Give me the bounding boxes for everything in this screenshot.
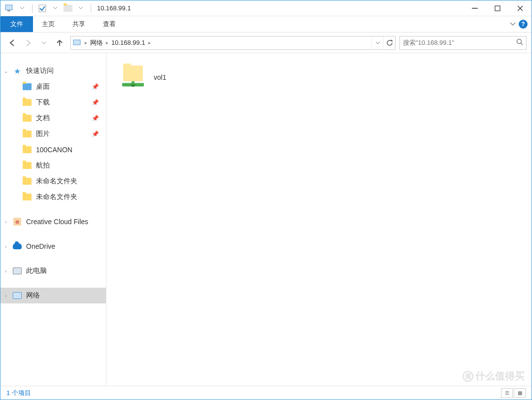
chevron-right-icon[interactable]: ▸ (84, 40, 88, 45)
qat-check-icon[interactable] (36, 2, 48, 14)
sidebar-item-100canon[interactable]: 100CANON (0, 142, 106, 158)
sidebar-onedrive[interactable]: ›OneDrive (0, 238, 106, 254)
ribbon-tab-file[interactable]: 文件 (0, 16, 33, 32)
sidebar-item-label: 未命名文件夹 (36, 177, 77, 186)
pin-icon: 📌 (92, 99, 99, 106)
pin-icon: 📌 (92, 83, 99, 90)
sidebar-item-label: 100CANON (36, 146, 72, 154)
separator (32, 4, 33, 13)
nav-history-dropdown[interactable] (37, 36, 51, 50)
network-icon (12, 291, 22, 300)
view-details-button[interactable]: ☰ (501, 388, 513, 398)
status-bar: 1 个项目 ☰ ▦ (0, 386, 532, 400)
svg-point-6 (517, 39, 522, 43)
pin-icon: 📌 (92, 115, 99, 122)
ribbon-tab-share[interactable]: 共享 (64, 16, 94, 32)
nav-up-button[interactable] (53, 36, 66, 50)
sidebar-network[interactable]: ›网络 (0, 288, 106, 303)
close-button[interactable] (509, 0, 532, 16)
breadcrumb-network[interactable]: 网络 (88, 36, 105, 49)
search-input[interactable] (403, 39, 516, 46)
sidebar-item-documents[interactable]: 文档📌 (0, 110, 106, 126)
sidebar-item-label: 未命名文件夹 (36, 193, 77, 201)
sidebar-item-label: 图片 (36, 130, 50, 138)
ribbon: 文件 主页 共享 查看 ? (0, 16, 532, 33)
refresh-button[interactable] (383, 36, 395, 49)
nav-forward-button[interactable] (21, 36, 35, 50)
sidebar-item-label: Creative Cloud Files (26, 218, 88, 226)
chevron-down-icon[interactable]: ⌄ (2, 68, 9, 74)
chevron-right-icon[interactable]: › (2, 268, 9, 274)
address-dropdown[interactable] (371, 36, 383, 49)
qat-folder-icon[interactable] (62, 2, 74, 14)
sidebar-item-unnamed-1[interactable]: 未命名文件夹 (0, 173, 106, 189)
svg-line-7 (521, 43, 523, 45)
folder-icon (22, 192, 32, 202)
svg-rect-4 (495, 6, 500, 11)
chevron-right-icon[interactable]: › (2, 244, 9, 249)
svg-rect-1 (7, 10, 10, 11)
navigation-bar: ▸ 网络 ▸ 10.168.99.1 ▸ (0, 33, 532, 53)
sidebar-item-label: OneDrive (26, 242, 55, 250)
breadcrumb-host[interactable]: 10.168.99.1 (109, 36, 147, 49)
svg-rect-3 (472, 8, 478, 9)
search-box[interactable] (399, 36, 527, 50)
file-list: vol1 (106, 53, 532, 386)
network-share-icon (120, 65, 146, 90)
sidebar-item-label: 文档 (36, 114, 50, 123)
ribbon-tab-home[interactable]: 主页 (33, 16, 64, 32)
qat-dropdown-1[interactable] (16, 2, 28, 14)
status-item-count: 1 个项目 (6, 389, 31, 398)
folder-icon (22, 161, 32, 170)
sidebar-item-downloads[interactable]: 下载📌 (0, 95, 106, 110)
sidebar-item-aerial[interactable]: 航拍 (0, 158, 106, 173)
sidebar-item-label: 网络 (26, 291, 40, 300)
help-button[interactable]: ? (519, 20, 528, 29)
quick-access-toolbar: 10.168.99.1 (0, 2, 131, 14)
qat-dropdown-2[interactable] (49, 2, 61, 14)
window-title: 10.168.99.1 (97, 4, 131, 12)
navigation-pane: ⌄ ★ 快速访问 桌面📌 下载📌 文档📌 图片📌 100CANON 航拍 未命名… (0, 53, 106, 386)
sidebar-quick-access[interactable]: ⌄ ★ 快速访问 (0, 63, 106, 79)
list-item[interactable]: vol1 (120, 63, 238, 92)
svg-rect-5 (73, 40, 80, 45)
ribbon-expand-icon[interactable] (510, 22, 516, 26)
sidebar-item-desktop[interactable]: 桌面📌 (0, 79, 106, 95)
watermark-text: 什么值得买 (475, 369, 525, 383)
address-icon (71, 36, 84, 49)
computer-icon (12, 266, 22, 276)
folder-icon (22, 129, 32, 139)
ribbon-tab-view[interactable]: 查看 (94, 16, 125, 32)
folder-icon (22, 145, 32, 155)
sidebar-item-pictures[interactable]: 图片📌 (0, 126, 106, 142)
file-item-label: vol1 (154, 73, 166, 81)
folder-icon (22, 82, 32, 92)
sidebar-item-label: 快速访问 (26, 67, 54, 75)
chevron-right-icon[interactable]: ▸ (105, 40, 109, 45)
folder-icon (22, 176, 32, 186)
sidebar-item-unnamed-2[interactable]: 未命名文件夹 (0, 189, 106, 205)
maximize-button[interactable] (486, 0, 509, 16)
chevron-right-icon[interactable]: › (2, 293, 9, 299)
chevron-right-icon[interactable]: › (2, 219, 9, 225)
nav-back-button[interactable] (5, 36, 19, 50)
search-icon[interactable] (516, 38, 523, 47)
qat-computer-icon[interactable] (3, 2, 15, 14)
minimize-button[interactable] (464, 0, 486, 16)
pin-icon: 📌 (92, 131, 99, 137)
sidebar-item-label: 航拍 (36, 161, 50, 170)
address-bar[interactable]: ▸ 网络 ▸ 10.168.99.1 ▸ (70, 36, 396, 50)
sidebar-item-label: 下载 (36, 98, 50, 107)
star-icon: ★ (12, 66, 22, 76)
view-icons-button[interactable]: ▦ (514, 388, 526, 398)
creative-cloud-icon: ⊚ (12, 217, 22, 227)
chevron-right-icon[interactable]: ▸ (147, 40, 152, 45)
folder-icon (22, 113, 32, 123)
titlebar: 10.168.99.1 (0, 0, 532, 16)
onedrive-icon (12, 241, 22, 251)
sidebar-this-pc[interactable]: ›此电脑 (0, 263, 106, 279)
separator (91, 4, 91, 13)
sidebar-creative-cloud[interactable]: ›⊚Creative Cloud Files (0, 214, 106, 230)
body-area: ⌄ ★ 快速访问 桌面📌 下载📌 文档📌 图片📌 100CANON 航拍 未命名… (0, 53, 532, 386)
qat-dropdown-3[interactable] (75, 2, 87, 14)
